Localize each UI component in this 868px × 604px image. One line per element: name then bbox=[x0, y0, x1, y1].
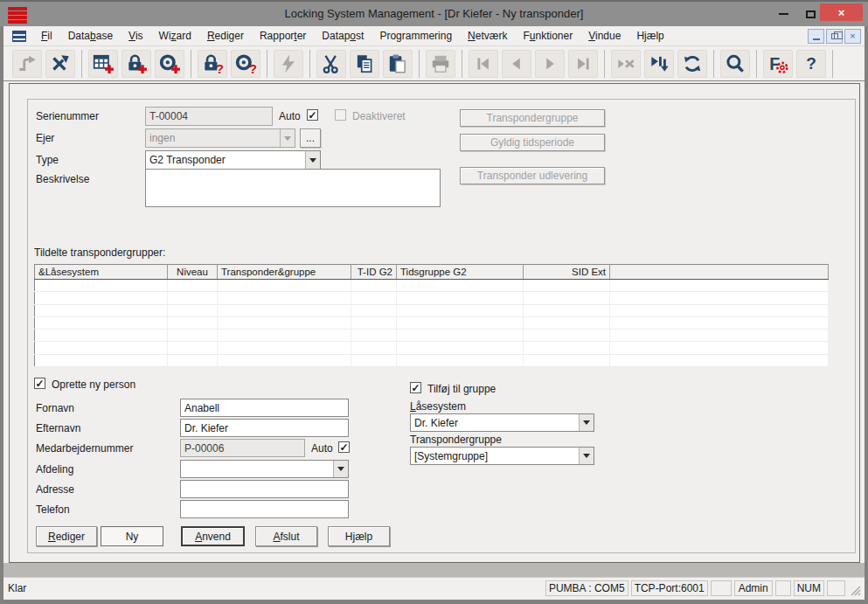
jump-button[interactable] bbox=[12, 50, 42, 78]
gyldig-tidsperiode-button[interactable]: Gyldig tidsperiode bbox=[460, 134, 605, 151]
menu-item-wizard[interactable]: Wizard bbox=[151, 27, 199, 45]
cancel-record-button[interactable] bbox=[611, 50, 641, 78]
ejer-browse-button[interactable]: ... bbox=[300, 128, 321, 148]
menu-item-hjaelp[interactable]: Hjælp bbox=[628, 27, 671, 45]
new-locking-system-button[interactable] bbox=[88, 50, 118, 78]
mdi-area: Serienummer Auto ✓ Deaktiveret Ejer inge… bbox=[3, 82, 865, 563]
ny-button[interactable]: Ny bbox=[101, 526, 163, 546]
person-auto-checkbox[interactable]: ✓ bbox=[338, 441, 350, 453]
cut-button[interactable] bbox=[316, 50, 346, 78]
beskrivelse-textarea[interactable] bbox=[145, 169, 441, 207]
column-header-empty-6[interactable] bbox=[610, 265, 829, 280]
column-header-tidsgruppeg2[interactable]: Tidsgruppe G2 bbox=[397, 265, 524, 280]
status-message: Klar bbox=[8, 582, 26, 594]
filter-settings-button[interactable]: F bbox=[763, 50, 793, 78]
status-panel-empty bbox=[711, 580, 732, 596]
toolbar-separator bbox=[81, 50, 82, 78]
next-record-button[interactable] bbox=[535, 50, 565, 78]
rediger-button[interactable]: Rediger bbox=[36, 526, 97, 546]
app-window: Locking System Management - [Dr Kiefer -… bbox=[0, 0, 868, 604]
column-header-sidext[interactable]: SID Ext bbox=[524, 265, 610, 280]
adresse-input[interactable] bbox=[180, 480, 349, 498]
new-transponder-button[interactable] bbox=[155, 50, 184, 78]
menu-item-rapporter[interactable]: Rapporter bbox=[252, 27, 314, 45]
menu-item-database[interactable]: Database bbox=[60, 27, 121, 45]
resize-grip[interactable] bbox=[850, 585, 861, 596]
table-caption: Tildelte transpondergrupper: bbox=[34, 246, 165, 259]
table-row bbox=[35, 354, 829, 366]
auto-checkbox[interactable]: ✓ bbox=[307, 109, 318, 121]
adresse-label: Adresse bbox=[36, 483, 74, 496]
menu-item-netvaerk[interactable]: Netværk bbox=[460, 27, 515, 45]
table-header-row: &LåsesystemNiveauTransponder&gruppeT-ID … bbox=[35, 265, 829, 280]
anvend-button[interactable]: Anvend bbox=[181, 526, 245, 546]
new-lock-button[interactable] bbox=[122, 50, 151, 78]
menu-item-datapost[interactable]: Datapost bbox=[314, 27, 372, 45]
menu-item-programmering[interactable]: Programmering bbox=[372, 27, 460, 45]
window-border-right bbox=[865, 26, 868, 604]
column-header-transpondergruppe[interactable]: Transponder&gruppe bbox=[218, 265, 351, 280]
afdeling-label: Afdeling bbox=[36, 463, 73, 476]
afdeling-combobox[interactable] bbox=[180, 460, 349, 478]
previous-record-button[interactable] bbox=[502, 50, 531, 78]
afslut-button[interactable]: Afslut bbox=[255, 526, 317, 546]
print-button[interactable] bbox=[426, 50, 455, 78]
search-button[interactable] bbox=[720, 50, 750, 78]
efternavn-input[interactable] bbox=[180, 419, 349, 437]
maximize-button[interactable] bbox=[800, 5, 821, 23]
mdi-close-icon: × bbox=[850, 31, 855, 41]
menu-item-funktioner[interactable]: Funktioner bbox=[515, 27, 580, 45]
goto-record-icon bbox=[648, 52, 670, 75]
table-row bbox=[35, 330, 829, 342]
menu-item-rediger[interactable]: Rediger bbox=[199, 27, 252, 45]
fornavn-input[interactable] bbox=[180, 399, 349, 417]
person-auto-label: Auto bbox=[311, 442, 333, 455]
toolbar-separator bbox=[191, 50, 191, 78]
first-record-button[interactable] bbox=[469, 50, 498, 78]
telefon-input[interactable] bbox=[180, 500, 349, 518]
read-lock-button[interactable]: ? bbox=[198, 50, 227, 78]
document-icon[interactable] bbox=[12, 31, 26, 42]
minimize-button[interactable] bbox=[773, 5, 794, 23]
ejer-combobox[interactable]: ingen bbox=[145, 128, 295, 148]
copy-button[interactable] bbox=[350, 50, 379, 78]
toolbar-separator bbox=[309, 50, 310, 78]
paste-button[interactable] bbox=[383, 50, 413, 78]
refresh-icon bbox=[681, 52, 704, 75]
refresh-button[interactable] bbox=[677, 50, 707, 78]
menu-item-vis[interactable]: Vis bbox=[121, 27, 150, 45]
help-button[interactable]: ? bbox=[796, 50, 826, 78]
status-panels: PUMBA : COM5TCP-Port:6001AdminNUM bbox=[545, 580, 845, 596]
deaktiveret-label: Deaktiveret bbox=[352, 110, 406, 122]
goto-record-button[interactable] bbox=[644, 50, 674, 78]
type-combobox[interactable]: G2 Transponder bbox=[145, 150, 321, 170]
hjaelp-button[interactable]: Hjælp bbox=[328, 526, 390, 546]
logoff-button[interactable] bbox=[45, 50, 75, 78]
serienummer-input[interactable] bbox=[145, 107, 273, 126]
transpondergruppe-button[interactable]: Transpondergruppe bbox=[460, 109, 605, 127]
read-transponder-button[interactable]: ? bbox=[231, 50, 260, 78]
column-header-niveau[interactable]: Niveau bbox=[168, 265, 218, 280]
last-record-button[interactable] bbox=[568, 50, 598, 78]
deaktiveret-checkbox[interactable] bbox=[335, 109, 346, 121]
mdi-close-button[interactable]: × bbox=[844, 29, 861, 44]
menu-item-vindue[interactable]: Vindue bbox=[580, 27, 628, 45]
svg-text:?: ? bbox=[249, 60, 257, 74]
mdi-minimize-button[interactable] bbox=[808, 29, 824, 44]
oprette-ny-person-checkbox[interactable]: ✓ bbox=[34, 378, 45, 389]
column-header-laasesystem[interactable]: &Låsesystem bbox=[35, 265, 168, 280]
close-button[interactable]: × bbox=[820, 3, 863, 21]
table-row bbox=[35, 304, 829, 316]
medarbejdernummer-input[interactable] bbox=[180, 439, 305, 457]
column-header-tidg2[interactable]: T-ID G2 bbox=[351, 265, 397, 280]
new-locking-system-icon bbox=[92, 52, 115, 75]
tilfoj-til-gruppe-checkbox[interactable]: ✓ bbox=[410, 382, 421, 393]
new-transponder-icon bbox=[158, 52, 181, 75]
program-button[interactable] bbox=[274, 50, 303, 78]
mdi-restore-button[interactable] bbox=[826, 29, 843, 44]
table-row bbox=[35, 292, 829, 304]
laasesystem-combobox[interactable]: Dr. Kiefer bbox=[410, 413, 594, 432]
menu-item-fil[interactable]: Fil bbox=[33, 27, 60, 45]
transponder-udlevering-button[interactable]: Transponder udlevering bbox=[460, 167, 605, 184]
transpondergruppe-combobox[interactable]: [Systemgruppe] bbox=[410, 447, 594, 465]
